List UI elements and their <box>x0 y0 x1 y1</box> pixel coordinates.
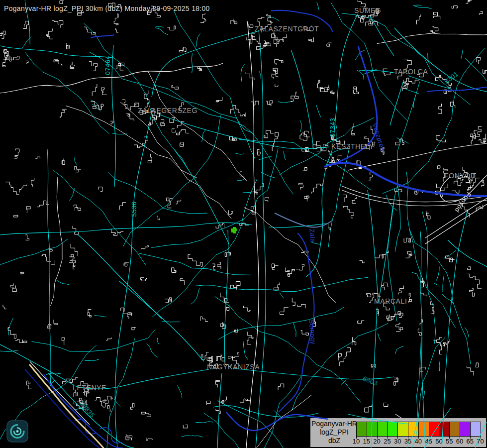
major-roads-rivers-layer <box>0 10 487 448</box>
radar-display: Poganyvar-HR logZ_PPI dbZ 10152025303540… <box>0 0 487 448</box>
radar-echo-layer <box>231 227 237 233</box>
map-canvas <box>0 0 487 448</box>
radar-site-logo <box>6 420 28 443</box>
logo-center-dot <box>16 430 19 433</box>
radar-echo-core <box>234 229 235 230</box>
product-title: Poganyvar-HR logZ_PPI 30km (dbZ) Monday … <box>4 4 210 12</box>
